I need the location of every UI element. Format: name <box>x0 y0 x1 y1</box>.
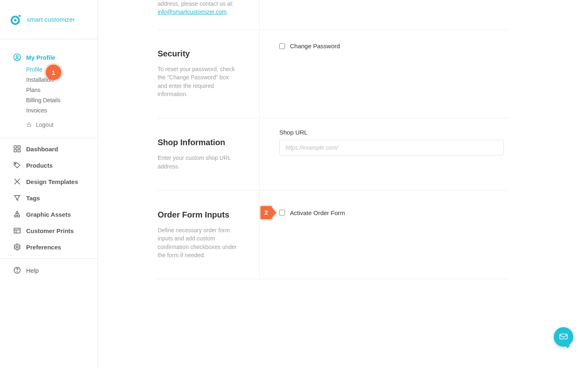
sidebar-item-products[interactable]: Products <box>0 157 98 173</box>
tag-icon <box>13 161 21 169</box>
svg-point-4 <box>16 56 18 58</box>
activate-order-row[interactable]: Activate Order Form <box>279 209 507 216</box>
section-security: Security To reset your password, check t… <box>158 29 507 118</box>
sidebar-item-label: Customer Prints <box>26 227 74 234</box>
gear-icon <box>13 243 21 251</box>
nav: My Profile Profile Installation Plans Bi… <box>0 39 98 368</box>
sidebar-item-help[interactable]: Help <box>0 262 98 278</box>
section-right-contact <box>260 0 507 29</box>
dashboard-icon <box>13 145 21 153</box>
nav-divider <box>0 137 98 137</box>
brand-logo-icon <box>10 13 22 26</box>
svg-rect-12 <box>18 215 20 217</box>
user-circle-icon <box>13 53 21 61</box>
change-password-row[interactable]: Change Password <box>279 43 507 49</box>
section-shop: Shop Information Enter your custom shop … <box>158 118 507 190</box>
svg-point-11 <box>14 215 16 217</box>
security-title: Security <box>158 49 239 58</box>
section-right-shop: Shop URL <box>260 118 507 190</box>
svg-point-2 <box>19 15 21 17</box>
section-left-security: Security To reset your password, check t… <box>158 29 260 118</box>
sidebar-item-label: Products <box>26 162 53 169</box>
svg-rect-13 <box>14 228 20 233</box>
sidebar-item-label: Graphic Assets <box>26 211 71 218</box>
sidebar-item-customer-prints[interactable]: Customer Prints <box>0 222 98 239</box>
order-desc: Define necessary order form inputs and a… <box>158 226 239 259</box>
sidebar: smart customizer My Profile Profile Inst… <box>0 0 98 368</box>
shop-url-input[interactable] <box>279 140 504 155</box>
sidebar-sub-installation[interactable]: Installation <box>26 76 98 83</box>
brand-name: smart customizer <box>27 16 75 23</box>
sidebar-sub-plans[interactable]: Plans <box>26 87 98 93</box>
filter-icon <box>13 194 21 202</box>
sidebar-item-tags[interactable]: Tags <box>0 190 98 206</box>
sidebar-item-label: Dashboard <box>26 146 58 153</box>
activate-order-checkbox[interactable] <box>279 210 285 215</box>
svg-point-18 <box>17 272 17 272</box>
sidebar-sub-logout[interactable]: Logout <box>26 121 98 128</box>
shop-title: Shop Information <box>158 138 239 147</box>
svg-point-1 <box>14 19 16 21</box>
content: address, please contact us at: info@smar… <box>98 0 588 368</box>
svg-rect-5 <box>27 124 31 126</box>
svg-rect-9 <box>18 150 20 152</box>
svg-rect-8 <box>14 150 17 152</box>
step-badge-2: 2 <box>261 206 276 219</box>
contact-desc: address, please contact us at: info@smar… <box>158 0 239 16</box>
lock-open-icon <box>26 122 32 128</box>
sidebar-sub-invoices[interactable]: Invoices <box>26 107 98 114</box>
section-left-order: Order Form Inputs Define necessary order… <box>158 191 260 279</box>
section-contact-partial: address, please contact us at: info@smar… <box>158 0 507 29</box>
section-left-shop: Shop Information Enter your custom shop … <box>158 118 260 190</box>
sidebar-item-label: My Profile <box>26 54 56 61</box>
chat-bubble-button[interactable] <box>554 327 573 347</box>
contact-email-link[interactable]: info@smartcustomizer.com <box>158 9 227 15</box>
sidebar-item-design-templates[interactable]: Design Templates <box>0 173 98 190</box>
change-password-label: Change Password <box>290 43 340 49</box>
order-title: Order Form Inputs <box>158 210 239 220</box>
sidebar-item-label: Preferences <box>26 244 61 251</box>
svg-point-16 <box>16 246 18 248</box>
shop-desc: Enter your custom shop URL address. <box>158 154 239 171</box>
svg-rect-6 <box>14 146 17 148</box>
sidebar-item-graphic-assets[interactable]: Graphic Assets <box>0 206 98 222</box>
sidebar-item-dashboard[interactable]: Dashboard <box>0 141 98 157</box>
shop-url-label: Shop URL <box>279 129 507 136</box>
activate-order-label: Activate Order Form <box>290 209 345 216</box>
templates-icon <box>13 177 21 186</box>
nav-divider <box>0 258 98 259</box>
sidebar-item-label: Help <box>26 267 39 274</box>
layout-icon <box>13 227 21 235</box>
sidebar-item-label: Tags <box>26 195 40 202</box>
security-desc: To reset your password, check the "Chang… <box>158 65 239 98</box>
svg-point-10 <box>15 163 16 164</box>
svg-rect-19 <box>560 334 567 339</box>
sidebar-item-preferences[interactable]: Preferences <box>0 239 98 255</box>
sidebar-sub-profile[interactable]: Profile <box>26 66 98 73</box>
section-right-order: Activate Order Form <box>260 191 507 279</box>
section-order: 2 Order Form Inputs Define necessary ord… <box>158 191 507 279</box>
section-left-contact: address, please contact us at: info@smar… <box>158 0 260 29</box>
help-icon <box>13 266 21 274</box>
content-inner: address, please contact us at: info@smar… <box>118 0 526 279</box>
section-right-security: Change Password <box>260 29 507 118</box>
sidebar-sub-billing[interactable]: Billing Details <box>26 97 98 103</box>
logo-area: smart customizer <box>0 0 98 39</box>
step-badge-1: 1 <box>46 65 61 80</box>
divider <box>158 279 507 279</box>
change-password-checkbox[interactable] <box>279 43 285 49</box>
sidebar-item-label: Design Templates <box>26 178 78 185</box>
shapes-icon <box>13 210 21 218</box>
sidebar-item-my-profile[interactable]: My Profile <box>0 49 98 65</box>
svg-rect-7 <box>18 146 20 148</box>
